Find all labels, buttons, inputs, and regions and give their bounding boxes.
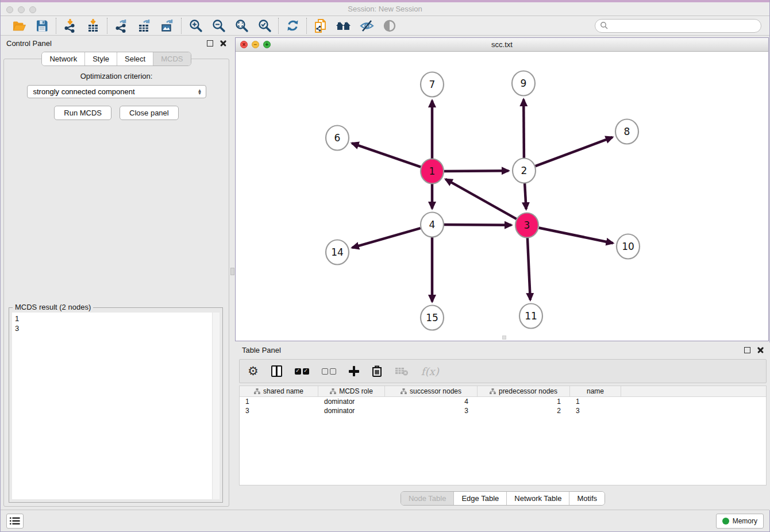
- table-float-panel-icon[interactable]: [744, 347, 750, 353]
- zoom-fit-icon[interactable]: [233, 18, 250, 34]
- criterion-select[interactable]: strongly connected component ▲▼: [27, 85, 206, 98]
- tab-network[interactable]: Network: [42, 52, 85, 65]
- export-network-icon[interactable]: [113, 18, 130, 34]
- import-table-icon[interactable]: [84, 18, 102, 34]
- import-network-icon[interactable]: [61, 18, 79, 34]
- function-builder-icon: f(x): [421, 363, 439, 380]
- save-session-icon[interactable]: [33, 18, 51, 34]
- column-label: name: [587, 387, 604, 395]
- home-view-icon[interactable]: [335, 18, 352, 34]
- float-panel-icon[interactable]: [207, 40, 213, 47]
- mcds-tab-content: Optimization criterion: strongly connect…: [3, 59, 229, 507]
- graph-node-15[interactable]: 15: [421, 306, 444, 330]
- panel-splitter-handle[interactable]: [230, 268, 234, 275]
- column-header-successor-nodes[interactable]: successor nodes: [385, 386, 478, 396]
- graph-edge-2-3[interactable]: [525, 183, 526, 209]
- clear-checkboxes-icon[interactable]: [322, 363, 336, 380]
- zoom-out-icon[interactable]: [210, 18, 227, 34]
- tab-node-table[interactable]: Node Table: [401, 492, 455, 505]
- cell-name[interactable]: 1: [570, 398, 621, 406]
- memory-button[interactable]: Memory: [716, 514, 764, 529]
- graph-edge-1-2[interactable]: [444, 171, 509, 171]
- column-header-name[interactable]: name: [570, 386, 621, 396]
- tab-mcds[interactable]: MCDS: [153, 52, 190, 65]
- table-row[interactable]: 1 dominator 4 1 1: [240, 397, 766, 406]
- svg-text:4: 4: [429, 219, 436, 230]
- delete-column-icon[interactable]: [372, 363, 382, 380]
- cell-successor-nodes[interactable]: 3: [385, 407, 478, 415]
- tab-edge-table[interactable]: Edge Table: [454, 492, 507, 505]
- svg-text:14: 14: [331, 246, 344, 258]
- graph-node-1[interactable]: 1: [421, 159, 444, 184]
- graph-node-3[interactable]: 3: [515, 213, 538, 238]
- graph-edge-4-14[interactable]: [352, 228, 421, 248]
- table-row[interactable]: 3 dominator 3 2 3: [240, 406, 766, 415]
- graph-node-8[interactable]: 8: [615, 119, 638, 144]
- table-close-panel-icon[interactable]: [757, 347, 764, 353]
- result-scrollbar[interactable]: [212, 313, 220, 499]
- tab-network-table[interactable]: Network Table: [507, 492, 569, 505]
- cell-shared-name[interactable]: 1: [240, 398, 318, 406]
- graph-edge-4-3[interactable]: [444, 225, 511, 225]
- svg-text:2: 2: [521, 165, 528, 176]
- refresh-icon[interactable]: [284, 18, 301, 34]
- graph-node-11[interactable]: 11: [519, 304, 542, 329]
- run-mcds-button[interactable]: Run MCDS: [54, 106, 111, 120]
- search-field[interactable]: [595, 19, 761, 33]
- show-column-icon[interactable]: [271, 363, 282, 380]
- column-header-shared-name[interactable]: shared name: [240, 386, 318, 396]
- tab-style[interactable]: Style: [85, 52, 117, 65]
- select-all-checkboxes-icon[interactable]: [295, 363, 309, 380]
- graph-node-4[interactable]: 4: [421, 213, 444, 237]
- graph-edge-2-8[interactable]: [536, 137, 613, 166]
- search-input[interactable]: [609, 22, 756, 30]
- hide-graphics-details-icon[interactable]: [358, 18, 375, 34]
- graph-node-14[interactable]: 14: [326, 240, 349, 265]
- tab-motifs[interactable]: Motifs: [569, 492, 605, 505]
- open-file-icon[interactable]: [10, 18, 28, 34]
- graph-node-6[interactable]: 6: [326, 126, 349, 151]
- close-panel-icon[interactable]: [220, 40, 226, 47]
- close-panel-button[interactable]: Close panel: [120, 106, 179, 120]
- show-graphics-details-icon[interactable]: [381, 18, 398, 34]
- add-column-icon[interactable]: [349, 363, 359, 380]
- clone-network-icon[interactable]: [312, 18, 329, 34]
- graph-edge-3-10[interactable]: [539, 228, 613, 244]
- tree-icon: [330, 388, 336, 394]
- delete-table-icon: [395, 363, 409, 380]
- table-panel-tabs: Node Table Edge Table Network Table Moti…: [401, 491, 605, 506]
- column-header-predecessor-nodes[interactable]: predecessor nodes: [478, 386, 570, 396]
- cell-name[interactable]: 3: [570, 407, 621, 415]
- graph-edge-2-9[interactable]: [523, 99, 524, 158]
- zoom-in-icon[interactable]: [187, 18, 204, 34]
- graph-node-10[interactable]: 10: [617, 234, 640, 259]
- network-window-title: scc.txt: [236, 40, 768, 49]
- node-table[interactable]: shared name MCDS role successor nodes pr…: [239, 385, 767, 485]
- graph-edge-3-1[interactable]: [446, 179, 517, 219]
- cell-shared-name[interactable]: 3: [240, 407, 318, 415]
- cell-mcds-role[interactable]: dominator: [318, 398, 385, 406]
- network-canvas[interactable]: 7968124314101511: [236, 52, 768, 341]
- graph-node-2[interactable]: 2: [513, 159, 536, 183]
- canvas-resize-grip[interactable]: [502, 336, 506, 340]
- export-table-icon[interactable]: [136, 18, 153, 34]
- task-history-button[interactable]: [6, 514, 24, 529]
- graph-edge-1-6[interactable]: [352, 143, 421, 167]
- graph-edge-3-11[interactable]: [528, 238, 530, 300]
- cell-predecessor-nodes[interactable]: 1: [478, 398, 570, 406]
- column-label: shared name: [263, 387, 303, 395]
- mcds-result-textarea[interactable]: 1 3: [12, 313, 220, 499]
- network-window-titlebar[interactable]: × − + scc.txt: [236, 38, 768, 52]
- settings-gear-icon[interactable]: ⚙: [248, 363, 259, 380]
- cell-predecessor-nodes[interactable]: 2: [478, 407, 570, 415]
- export-image-icon[interactable]: [159, 18, 176, 34]
- cell-mcds-role[interactable]: dominator: [318, 407, 385, 415]
- graph-node-7[interactable]: 7: [421, 72, 444, 97]
- zoom-selected-icon[interactable]: [256, 18, 273, 34]
- cell-successor-nodes[interactable]: 4: [385, 398, 478, 406]
- main-toolbar: [1, 16, 769, 36]
- tab-select[interactable]: Select: [117, 52, 153, 65]
- accent-strip: [1, 0, 769, 2]
- column-header-mcds-role[interactable]: MCDS role: [318, 386, 385, 396]
- graph-node-9[interactable]: 9: [512, 71, 535, 96]
